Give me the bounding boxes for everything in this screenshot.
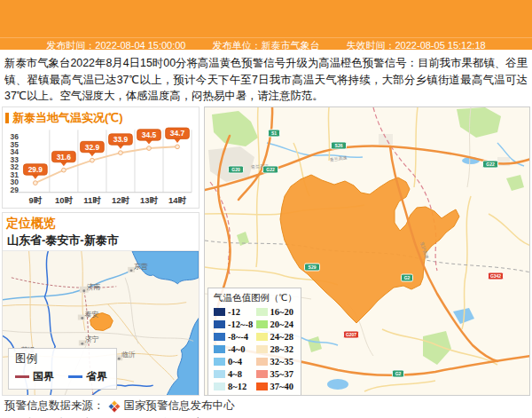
- svg-text:G22: G22: [486, 162, 495, 167]
- svg-text:12时: 12时: [112, 194, 129, 204]
- temp-legend-entry: -8~-4: [214, 332, 254, 342]
- svg-text:33.9: 33.9: [113, 135, 129, 144]
- svg-text:9时: 9时: [29, 194, 43, 204]
- temp-legend-entry: 0~4: [214, 357, 254, 367]
- title-accent-bar: [5, 113, 9, 123]
- road-shield: S1: [269, 130, 280, 137]
- svg-text:34.5: 34.5: [142, 130, 157, 139]
- svg-text:29.9: 29.9: [28, 165, 43, 174]
- svg-text:东营: 东营: [134, 262, 148, 270]
- temp-legend-entry: -12~-8: [214, 319, 254, 329]
- svg-text:G2: G2: [404, 275, 411, 280]
- expire-time: 失效时间：2022-08-05 15:12:18: [347, 39, 486, 52]
- temp-legend-entry: 32~35: [256, 357, 297, 367]
- banner-publish-info: 发布时间：2022-08-04 15:00:00 发布单位：新泰市气象台 失效时…: [0, 37, 532, 50]
- temp-legend-entry: -12: [214, 307, 254, 317]
- road-shield: G20: [229, 166, 244, 173]
- temp-legend-entry: 37~40: [256, 382, 297, 391]
- svg-text:31.6: 31.6: [57, 152, 72, 161]
- road-shield: S29: [305, 264, 320, 271]
- temp-legend-entry: 28~32: [256, 344, 297, 354]
- temp-legend-entry: 24~28: [256, 332, 297, 342]
- nwc-logo-icon: [108, 400, 121, 413]
- warning-text: 新泰市气象台2022年8月4日15时00分将高温黄色预警信号升级为高温橙色预警信…: [4, 55, 528, 105]
- temp-legend-entry: >40: [256, 394, 297, 396]
- banner-top: [0, 0, 532, 37]
- svg-text:济宁: 济宁: [85, 335, 99, 343]
- data-source-name: 国家预警信息发布中心: [124, 398, 235, 414]
- country-border-line-icon: [15, 375, 29, 378]
- temperature-line-chart: 36353433323130299时10时11时12时13时14时29.931.…: [5, 126, 195, 208]
- chart-title: 新泰当地气温实况(℃): [5, 110, 196, 126]
- temp-legend-entry: 35~37: [256, 369, 297, 379]
- temperature-color-legend: 气温色值图例（℃） -12-12~-8-8~-4-4~00~44~88~1212…: [207, 288, 301, 396]
- province-border-line-icon: [68, 375, 82, 378]
- location-panel: 定位概览 山东省-泰安市-新泰市: [2, 212, 200, 396]
- footer: 预警信息数据来源： 国家预警信息发布中心 气象数据来源：中国气象局全国自动站实况: [4, 399, 532, 418]
- temp-legend-entry: 16~20: [256, 307, 297, 317]
- svg-text:G22: G22: [266, 167, 275, 172]
- svg-text:10时: 10时: [55, 194, 73, 204]
- road-shield: G22: [483, 161, 498, 168]
- svg-text:13时: 13时: [140, 194, 158, 204]
- svg-text:S29: S29: [309, 264, 317, 270]
- publish-time: 发布时间：2022-08-04 15:00:00: [46, 39, 185, 52]
- publish-unit: 发布单位：新泰市气象台: [213, 39, 320, 52]
- svg-text:济南: 济南: [87, 282, 101, 290]
- data-source-line: 预警信息数据来源： 国家预警信息发布中心: [4, 399, 532, 414]
- mini-legend-title: 图例: [15, 351, 107, 367]
- mini-map[interactable]: 济南 东营 泰安 济宁 临沂 菏泽 图例 国界: [3, 250, 199, 396]
- mini-map-legend: 图例 国界 省界: [8, 348, 117, 390]
- temperature-chart-panel: 新泰当地气温实况(℃) 36353433323130299时10时11时12时1…: [2, 106, 200, 209]
- svg-text:34.7: 34.7: [170, 129, 185, 138]
- temp-legend-entry: 20~24: [256, 319, 297, 329]
- svg-text:G207: G207: [346, 332, 356, 337]
- road-shield: G2: [393, 370, 404, 377]
- location-title: 定位概览: [3, 216, 199, 232]
- svg-text:泰安: 泰安: [84, 310, 99, 318]
- warning-banner: 发布时间：2022-08-04 15:00:00 发布单位：新泰市气象台 失效时…: [0, 0, 532, 50]
- svg-text:G2: G2: [395, 371, 402, 376]
- road-shield: G22: [263, 166, 278, 173]
- legend-country-border: 国界: [15, 369, 54, 384]
- legend-province-border: 省界: [68, 369, 107, 384]
- temp-legend-entry: 12~16: [214, 394, 254, 396]
- road-shield: G2: [402, 274, 413, 281]
- svg-text:32.9: 32.9: [85, 142, 100, 151]
- road-shield: G342: [489, 272, 504, 280]
- svg-text:临沂: 临沂: [121, 351, 136, 359]
- svg-text:S26: S26: [335, 143, 343, 148]
- svg-text:29: 29: [11, 185, 20, 193]
- road-shield: S26: [332, 142, 347, 149]
- svg-text:G20: G20: [231, 167, 240, 172]
- temp-legend-entry: 8~12: [214, 382, 254, 391]
- region-path: 山东省-泰安市-新泰市: [3, 232, 199, 250]
- temp-legend-entry: -4~0: [214, 344, 254, 354]
- svg-text:G342: G342: [490, 273, 501, 279]
- road-shield: G207: [344, 331, 359, 338]
- left-column: 新泰当地气温实况(℃) 36353433323130299时10时11时12时1…: [2, 106, 200, 396]
- svg-text:14时: 14时: [168, 194, 186, 204]
- svg-text:11时: 11时: [83, 194, 101, 204]
- temp-legend-entry: 4~8: [214, 369, 254, 379]
- temp-legend-title: 气温色值图例（℃）: [214, 292, 296, 304]
- svg-text:S1: S1: [271, 130, 277, 136]
- main-map[interactable]: 青兰高速青兰高速京沪高速 S1G20G22S26G22G2S29G2G342G2…: [204, 106, 530, 396]
